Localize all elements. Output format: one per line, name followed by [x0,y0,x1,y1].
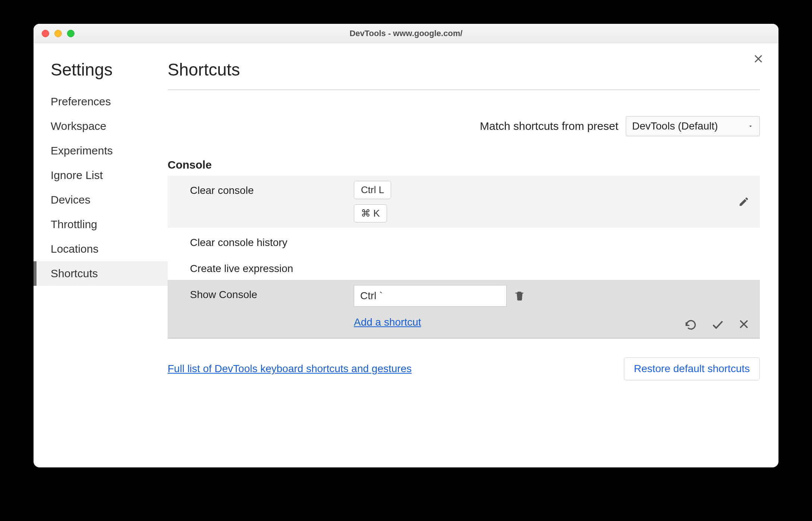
caret-down-icon [748,123,754,129]
shortcut-label: Clear console [190,181,354,196]
shortcut-row-clear-console[interactable]: Clear console Ctrl L ⌘ K [168,176,760,228]
confirm-button[interactable] [711,319,724,331]
cancel-button[interactable] [738,319,749,331]
sidebar-title: Settings [34,60,168,89]
sidebar-item-label: Shortcuts [51,267,98,279]
shortcut-label: Clear console history [190,233,354,249]
shortcut-edit-area: Add a shortcut [354,285,525,328]
key-chip: ⌘ K [354,204,387,223]
sidebar-item-throttling[interactable]: Throttling [34,212,168,237]
shortcut-label: Create live expression [190,259,354,275]
sidebar: Settings Preferences Workspace Experimen… [34,43,168,467]
close-window-button[interactable] [42,30,49,37]
full-list-link[interactable]: Full list of DevTools keyboard shortcuts… [168,363,412,375]
sidebar-item-label: Devices [51,194,91,206]
shortcut-input[interactable] [354,285,507,307]
sidebar-item-label: Workspace [51,120,107,132]
shortcut-keys: Ctrl L ⌘ K [354,181,391,223]
close-icon [738,319,749,330]
sidebar-item-preferences[interactable]: Preferences [34,89,168,114]
close-icon[interactable] [753,54,764,64]
undo-icon [685,319,697,331]
sidebar-item-label: Experiments [51,144,113,157]
preset-value: DevTools (Default) [632,120,718,132]
preset-label: Match shortcuts from preset [480,120,618,132]
footer-row: Full list of DevTools keyboard shortcuts… [168,357,760,380]
maximize-window-button[interactable] [67,30,74,37]
key-chip: Ctrl L [354,181,391,199]
sidebar-item-ignore-list[interactable]: Ignore List [34,163,168,188]
pencil-icon [738,196,749,207]
window-title: DevTools - www.google.com/ [34,29,778,38]
add-shortcut-link[interactable]: Add a shortcut [354,316,421,328]
window: DevTools - www.google.com/ Settings Pref… [34,24,778,467]
edit-shortcut-button[interactable] [738,196,749,207]
shortcut-label: Show Console [190,285,354,301]
minimize-window-button[interactable] [54,30,62,37]
preset-select[interactable]: DevTools (Default) [626,116,760,136]
titlebar: DevTools - www.google.com/ [34,24,778,43]
content: Settings Preferences Workspace Experimen… [34,43,778,467]
sidebar-item-label: Preferences [51,95,111,108]
trash-icon [514,290,525,301]
sidebar-item-label: Locations [51,243,98,255]
shortcut-row-create-live-expression[interactable]: Create live expression [168,254,760,280]
sidebar-item-workspace[interactable]: Workspace [34,114,168,138]
traffic-lights [42,30,74,37]
shortcut-row-clear-console-history[interactable]: Clear console history [168,228,760,254]
editing-actions [685,319,749,331]
shortcut-row-show-console: Show Console Add a shortcut [168,280,760,339]
check-icon [711,319,724,331]
sidebar-item-experiments[interactable]: Experiments [34,138,168,163]
preset-row: Match shortcuts from preset DevTools (De… [168,116,760,136]
sidebar-item-label: Ignore List [51,169,103,181]
sidebar-item-locations[interactable]: Locations [34,237,168,261]
sidebar-item-label: Throttling [51,218,97,230]
delete-shortcut-button[interactable] [514,290,525,301]
restore-defaults-button[interactable]: Restore default shortcuts [624,357,760,380]
sidebar-item-shortcuts[interactable]: Shortcuts [34,261,168,286]
revert-button[interactable] [685,319,697,331]
sidebar-item-devices[interactable]: Devices [34,188,168,212]
page-title: Shortcuts [168,60,760,90]
section-heading-console: Console [168,159,760,171]
main: Shortcuts Match shortcuts from preset De… [168,43,778,467]
